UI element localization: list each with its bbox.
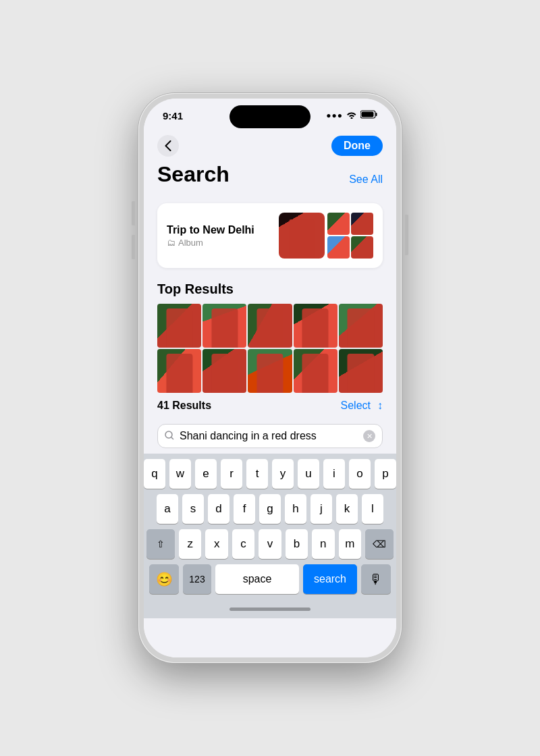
photo-9[interactable] <box>294 349 338 393</box>
top-results-title: Top Results <box>157 281 383 297</box>
album-icon: 🗂 <box>167 238 176 248</box>
shift-key[interactable]: ⇧ <box>146 529 175 559</box>
results-bar: 41 Results Select ↕ <box>144 393 396 418</box>
status-icons: ●●● <box>326 110 377 121</box>
key-a[interactable]: a <box>157 494 178 524</box>
page-header: Search See All <box>157 162 383 196</box>
sort-icon[interactable]: ↕ <box>377 400 383 412</box>
album-grid-photo-1 <box>327 213 350 235</box>
main-content: Search See All Trip to New Delhi 🗂 Album <box>144 162 396 657</box>
photo-2[interactable] <box>202 304 246 348</box>
delete-key[interactable]: ⌫ <box>365 529 394 559</box>
wifi-icon <box>346 111 357 121</box>
nav-bar: Done <box>144 132 396 162</box>
signal-icon: ●●● <box>326 111 343 120</box>
select-button[interactable]: Select <box>341 400 371 412</box>
key-x[interactable]: x <box>205 529 227 559</box>
photo-7[interactable] <box>202 349 246 393</box>
top-results-section: Top Results <box>157 281 383 393</box>
key-t[interactable]: t <box>246 459 268 489</box>
photo-8[interactable] <box>248 349 292 393</box>
search-bar-container: ✕ <box>144 418 396 454</box>
status-bar: 9:41 ●●● <box>144 99 396 132</box>
key-c[interactable]: c <box>232 529 254 559</box>
photo-grid[interactable] <box>157 304 383 393</box>
keyboard-row-2: a s d f g h j k l <box>146 494 394 524</box>
phone-frame: 9:41 ●●● Done <box>138 93 402 663</box>
album-grid-photo-3 <box>327 236 350 259</box>
search-input-wrap[interactable]: ✕ <box>157 424 383 448</box>
clear-icon: ✕ <box>367 432 373 441</box>
search-key[interactable]: search <box>303 564 357 594</box>
album-main-photo <box>279 213 325 259</box>
page-title: Search <box>157 162 230 187</box>
key-v[interactable]: v <box>259 529 281 559</box>
album-info: Trip to New Delhi 🗂 Album <box>167 224 254 248</box>
key-p[interactable]: p <box>375 459 396 489</box>
keyboard-row-3: ⇧ z x c v b n m ⌫ <box>146 529 394 559</box>
status-time: 9:41 <box>163 110 183 122</box>
keyboard[interactable]: q w e r t y u i o p a <box>144 454 396 599</box>
key-k[interactable]: k <box>336 494 358 524</box>
dynamic-island <box>230 105 310 128</box>
key-i[interactable]: i <box>323 459 345 489</box>
key-f[interactable]: f <box>234 494 255 524</box>
volume-up-button[interactable] <box>132 201 135 225</box>
key-j[interactable]: j <box>310 494 332 524</box>
photo-10[interactable] <box>339 349 383 393</box>
photo-4[interactable] <box>294 304 338 348</box>
keyboard-row-4: 😊 123 space search 🎙 <box>146 564 394 594</box>
phone-screen: 9:41 ●●● Done <box>144 99 396 657</box>
svg-rect-2 <box>362 112 374 117</box>
album-grid-photo-4 <box>351 236 373 259</box>
key-o[interactable]: o <box>349 459 371 489</box>
key-b[interactable]: b <box>286 529 308 559</box>
results-actions: Select ↕ <box>341 400 383 412</box>
volume-down-button[interactable] <box>132 235 135 259</box>
album-label: Album <box>178 238 203 248</box>
keyboard-row-1: q w e r t y u i o p <box>146 459 394 489</box>
search-icon <box>165 431 174 442</box>
numbers-key[interactable]: 123 <box>183 564 211 594</box>
key-l[interactable]: l <box>362 494 383 524</box>
photo-6[interactable] <box>157 349 201 393</box>
key-s[interactable]: s <box>182 494 204 524</box>
see-all-button[interactable]: See All <box>349 173 383 186</box>
photo-5[interactable] <box>339 304 383 348</box>
home-indicator <box>144 599 396 618</box>
power-button[interactable] <box>405 215 408 255</box>
album-card[interactable]: Trip to New Delhi 🗂 Album <box>157 203 383 268</box>
key-e[interactable]: e <box>195 459 217 489</box>
photo-3[interactable] <box>248 304 292 348</box>
album-photos <box>279 213 373 259</box>
key-r[interactable]: r <box>221 459 242 489</box>
svg-rect-1 <box>376 113 377 116</box>
key-w[interactable]: w <box>169 459 191 489</box>
album-grid-photo-2 <box>351 213 373 235</box>
battery-icon <box>360 110 377 121</box>
back-button[interactable] <box>157 135 179 157</box>
album-title: Trip to New Delhi <box>167 224 254 236</box>
search-clear-button[interactable]: ✕ <box>363 430 375 442</box>
key-m[interactable]: m <box>339 529 361 559</box>
key-z[interactable]: z <box>179 529 201 559</box>
space-key[interactable]: space <box>215 564 299 594</box>
key-q[interactable]: q <box>144 459 165 489</box>
results-count: 41 Results <box>157 400 211 412</box>
key-g[interactable]: g <box>259 494 281 524</box>
photo-1[interactable] <box>157 304 201 348</box>
album-grid-photos <box>327 213 373 259</box>
done-button[interactable]: Done <box>331 136 383 156</box>
key-h[interactable]: h <box>285 494 306 524</box>
home-bar <box>230 608 310 611</box>
key-d[interactable]: d <box>208 494 230 524</box>
search-input[interactable] <box>180 430 358 442</box>
emoji-key[interactable]: 😊 <box>149 564 179 594</box>
key-y[interactable]: y <box>272 459 294 489</box>
key-u[interactable]: u <box>298 459 319 489</box>
album-subtitle: 🗂 Album <box>167 238 254 248</box>
mic-key[interactable]: 🎙 <box>361 564 391 594</box>
scroll-area[interactable]: Search See All Trip to New Delhi 🗂 Album <box>144 162 396 393</box>
key-n[interactable]: n <box>312 529 334 559</box>
